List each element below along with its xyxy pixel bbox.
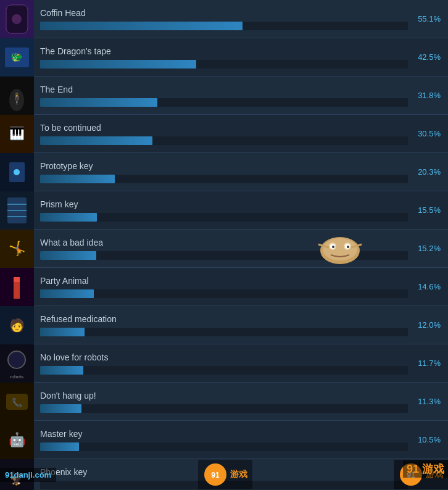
achievement-bar-fill-no-love-for-robots xyxy=(40,366,83,375)
svg-text:🧑: 🧑 xyxy=(9,318,25,333)
achievement-bar-container-coffin-head xyxy=(40,22,408,30)
achievement-pct-the-end: 31.8% xyxy=(414,91,448,100)
achievement-bar-fill-dont-hang-up xyxy=(40,404,81,413)
achievement-bar-container-party-animal xyxy=(40,289,408,298)
achievement-thumb-coffin-head xyxy=(0,0,34,38)
achievement-row[interactable]: 🧑Refused medication12.0% xyxy=(0,306,448,344)
achievement-content-what-a-bad-idea: What a bad idea xyxy=(34,238,414,260)
achievement-thumb-dont-hang-up: 📞 xyxy=(0,383,34,421)
svg-point-28 xyxy=(347,246,349,248)
achievement-pct-prism-key: 15.5% xyxy=(414,206,448,215)
achievement-thumb-party-animal xyxy=(0,268,34,306)
achievement-content-party-animal: Party Animal xyxy=(34,276,414,298)
achievement-row[interactable]: Coffin Head55.1% xyxy=(0,0,448,38)
achievement-pct-to-be-continued: 30.5% xyxy=(414,129,448,138)
svg-point-2 xyxy=(12,14,22,24)
achievement-bar-fill-prism-key xyxy=(40,213,97,222)
achievement-row[interactable]: Prototype key20.3% xyxy=(0,153,448,191)
achievement-thumb-no-love-for-robots: robots xyxy=(0,344,34,383)
achievement-bar-container-prototype-key xyxy=(40,175,408,183)
achievement-content-dragon-tape: The Dragon's tape xyxy=(34,46,414,69)
achievement-bar-container-prism-key xyxy=(40,213,408,222)
achievement-content-phoenix-key: Phoenix key xyxy=(34,467,414,489)
achievement-bar-fill-the-end xyxy=(40,98,157,107)
achievement-content-refused-medication: Refused medication xyxy=(34,314,414,336)
achievement-thumb-dragon-tape: 🐲 xyxy=(0,38,34,77)
achievement-bar-fill-prototype-key xyxy=(40,175,115,183)
achievement-pct-master-key: 10.5% xyxy=(414,435,448,444)
achievement-content-prototype-key: Prototype key xyxy=(34,161,414,183)
svg-text:🤸: 🤸 xyxy=(9,240,26,257)
achievement-bar-fill-dragon-tape xyxy=(40,60,196,69)
achievement-row[interactable]: 🕴The End31.8% xyxy=(0,77,448,115)
achievement-row[interactable]: 📞Don't hang up!11.3% xyxy=(0,383,448,421)
achievement-thumb-master-key: 🤖 xyxy=(0,421,34,459)
bad-idea-mascot xyxy=(315,229,365,268)
svg-text:🕴: 🕴 xyxy=(10,92,24,106)
watermark-logo: 91 游戏 xyxy=(403,460,448,478)
achievement-pct-coffin-head: 55.1% xyxy=(414,14,448,23)
achievement-bar-fill-coffin-head xyxy=(40,22,243,30)
achievement-content-the-end: The End xyxy=(34,85,414,107)
achievement-thumb-to-be-continued: 🎹 xyxy=(0,115,34,153)
achievement-bar-container-no-love-for-robots xyxy=(40,366,408,375)
achievement-row[interactable]: 🎹To be continued30.5% xyxy=(0,115,448,153)
achievement-bar-fill-party-animal xyxy=(40,289,94,298)
achievement-content-to-be-continued: To be continued xyxy=(34,123,414,145)
svg-text:🐲: 🐲 xyxy=(10,51,23,63)
achievement-pct-party-animal: 14.6% xyxy=(414,282,448,291)
achievement-name-to-be-continued: To be continued xyxy=(40,123,408,133)
achievement-thumb-prototype-key xyxy=(0,153,34,191)
achievement-name-the-end: The End xyxy=(40,85,408,94)
achievement-pct-refused-medication: 12.0% xyxy=(414,320,448,330)
achievement-thumb-prism-key xyxy=(0,191,34,230)
achievement-bar-fill-master-key xyxy=(40,442,79,451)
achievement-bar-container-dragon-tape xyxy=(40,60,408,69)
achievement-bar-container-the-end xyxy=(40,98,408,107)
achievement-bar-container-dont-hang-up xyxy=(40,404,408,413)
achievement-row[interactable]: Party Animal14.6% xyxy=(0,268,448,306)
achievement-name-prism-key: Prism key xyxy=(40,199,408,209)
achievement-thumb-the-end: 🕴 xyxy=(0,77,34,115)
svg-text:📞: 📞 xyxy=(12,397,23,408)
achievement-bar-container-phoenix-key xyxy=(40,481,408,489)
svg-text:robots: robots xyxy=(10,374,23,380)
achievement-row[interactable]: 🐲The Dragon's tape42.5% xyxy=(0,38,448,77)
svg-point-27 xyxy=(332,246,334,248)
achievement-name-phoenix-key: Phoenix key xyxy=(40,467,408,477)
svg-text:🤖: 🤖 xyxy=(9,431,26,448)
achievement-name-refused-medication: Refused medication xyxy=(40,314,408,324)
achievement-bar-container-refused-medication xyxy=(40,328,408,336)
achievement-name-master-key: Master key xyxy=(40,429,408,439)
svg-text:🎹: 🎹 xyxy=(9,126,25,141)
achievement-name-dont-hang-up: Don't hang up! xyxy=(40,391,408,401)
achievement-row[interactable]: 🤸What a bad idea 15.2% xyxy=(0,230,448,268)
svg-point-37 xyxy=(8,351,25,368)
achievement-pct-what-a-bad-idea: 15.2% xyxy=(414,244,448,253)
achievement-content-no-love-for-robots: No love for robots xyxy=(34,352,414,375)
achievement-thumb-what-a-bad-idea: 🤸 xyxy=(0,230,34,268)
svg-point-13 xyxy=(14,169,20,175)
achievement-row[interactable]: robotsNo love for robots11.7% xyxy=(0,344,448,383)
achievement-row[interactable]: 🦅Phoenix key xyxy=(0,459,448,490)
achievement-pct-prototype-key: 20.3% xyxy=(414,167,448,176)
svg-text:🦅: 🦅 xyxy=(9,470,26,486)
achievement-thumb-refused-medication: 🧑 xyxy=(0,306,34,344)
achievement-bar-container-master-key xyxy=(40,442,408,451)
achievement-content-master-key: Master key xyxy=(34,429,414,451)
achievement-row[interactable]: 🤖Master key10.5% xyxy=(0,421,448,459)
achievement-content-coffin-head: Coffin Head xyxy=(34,8,414,30)
achievement-bar-fill-to-be-continued xyxy=(40,136,152,145)
achievement-name-no-love-for-robots: No love for robots xyxy=(40,352,408,362)
achievement-bar-fill-refused-medication xyxy=(40,328,85,336)
achievement-name-party-animal: Party Animal xyxy=(40,276,408,286)
achievement-bar-fill-what-a-bad-idea xyxy=(40,251,96,260)
achievement-bar-container-to-be-continued xyxy=(40,136,408,145)
achievement-row[interactable]: Prism key15.5% xyxy=(0,191,448,230)
achievement-name-dragon-tape: The Dragon's tape xyxy=(40,46,408,56)
achievement-content-prism-key: Prism key xyxy=(34,199,414,222)
achievement-pct-dragon-tape: 42.5% xyxy=(414,52,448,62)
achievement-pct-dont-hang-up: 11.3% xyxy=(414,397,448,406)
achievement-content-dont-hang-up: Don't hang up! xyxy=(34,391,414,413)
achievement-name-coffin-head: Coffin Head xyxy=(40,8,408,18)
